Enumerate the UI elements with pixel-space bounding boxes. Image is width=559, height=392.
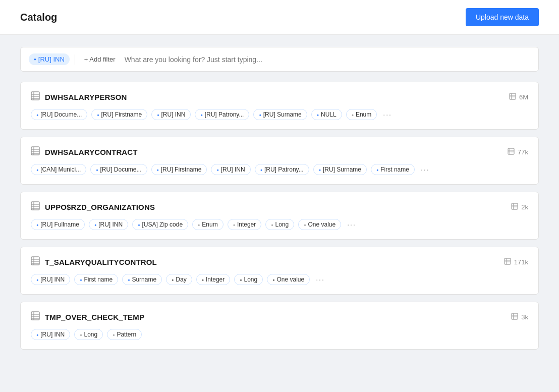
svg-rect-0	[31, 92, 39, 100]
card-count-icon	[511, 313, 518, 321]
card-title-area: T_SALARYQUALITYCONTROL	[31, 256, 157, 268]
tag[interactable]: One value	[298, 219, 341, 230]
svg-rect-14	[508, 148, 514, 154]
svg-rect-41	[512, 313, 518, 319]
table-icon	[31, 91, 40, 103]
tag[interactable]: [RU] Docume...	[31, 109, 87, 120]
filter-divider	[75, 54, 75, 65]
card-count: 6M	[509, 93, 528, 101]
table-icon	[31, 311, 40, 323]
main-content: [RU] INN + Add filter DWHSALARYPERSON 6M…	[0, 35, 559, 369]
card-title-area: UPPO$RZD_ORGANIZATIONS	[31, 201, 155, 213]
search-input[interactable]	[125, 55, 530, 64]
tag[interactable]: [RU] Firstname	[151, 164, 207, 175]
card-count-value: 6M	[519, 93, 528, 101]
card-count-value: 2k	[521, 203, 528, 211]
card-count-icon	[504, 258, 511, 266]
card-title: DWHSALARYCONTRACT	[45, 148, 138, 156]
card-count: 3k	[511, 313, 528, 321]
tags-row: [RU] INNLongPattern	[31, 329, 528, 340]
tag-more-button[interactable]: ···	[314, 274, 327, 285]
card-header: UPPO$RZD_ORGANIZATIONS 2k	[31, 201, 528, 213]
tag[interactable]: Surname	[122, 274, 162, 285]
active-filter-tag[interactable]: [RU] INN	[29, 53, 70, 65]
card-count-value: 77k	[518, 148, 528, 156]
tag[interactable]: Long	[234, 274, 263, 285]
svg-rect-18	[31, 202, 39, 210]
card-header: T_SALARYQUALITYCONTROL 171k	[31, 256, 528, 268]
svg-rect-32	[505, 258, 511, 264]
catalog-card: TMP_OVER_CHECK_TEMP 3k[RU] INNLongPatter…	[20, 302, 539, 350]
tag[interactable]: [RU] INN	[31, 329, 70, 340]
catalog-card: T_SALARYQUALITYCONTROL 171k[RU] INNFirst…	[20, 247, 539, 295]
catalog-card: DWHSALARYPERSON 6M[RU] Docume...[RU] Fir…	[20, 82, 539, 130]
card-count-icon	[509, 93, 516, 101]
tag[interactable]: [RU] Surname	[253, 109, 307, 120]
tag[interactable]: [RU] Fullname	[31, 219, 85, 230]
tag[interactable]: Enum	[346, 109, 377, 120]
table-icon	[31, 201, 40, 213]
svg-rect-23	[512, 203, 518, 209]
tags-row: [RU] Fullname[RU] INN[USA] Zip codeEnumI…	[31, 219, 528, 230]
table-icon	[31, 256, 40, 268]
tag[interactable]: [RU] INN	[89, 219, 128, 230]
tag[interactable]: One value	[267, 274, 310, 285]
card-count-value: 3k	[521, 313, 528, 321]
tag-more-button[interactable]: ···	[381, 109, 394, 120]
tag[interactable]: [RU] Docume...	[90, 164, 147, 175]
tag-more-button[interactable]: ···	[419, 164, 432, 175]
tag[interactable]: First name	[74, 274, 118, 285]
upload-new-data-button[interactable]: Upload new data	[466, 8, 539, 26]
tag[interactable]: Pattern	[107, 329, 142, 340]
tag[interactable]: [RU] INN	[151, 109, 191, 120]
tag[interactable]: [RU] Surname	[313, 164, 367, 175]
tag[interactable]: [USA] Zip code	[132, 219, 188, 230]
add-filter-button[interactable]: + Add filter	[80, 53, 120, 65]
page-title: Catalog	[20, 12, 57, 23]
card-header: DWHSALARYPERSON 6M	[31, 91, 528, 103]
card-count: 77k	[508, 148, 528, 156]
tags-row: [RU] Docume...[RU] Firstname[RU] INN[RU]…	[31, 109, 528, 120]
catalog-list: DWHSALARYPERSON 6M[RU] Docume...[RU] Fir…	[20, 82, 539, 350]
tag[interactable]: NULL	[311, 109, 342, 120]
card-count-icon	[508, 148, 515, 156]
card-count: 2k	[511, 203, 528, 211]
svg-rect-5	[510, 93, 516, 99]
tag[interactable]: Integer	[196, 274, 231, 285]
card-title: DWHSALARYPERSON	[45, 93, 127, 101]
tag[interactable]: Long	[74, 329, 103, 340]
card-title-area: DWHSALARYPERSON	[31, 91, 127, 103]
tags-row: [CAN] Munici...[RU] Docume...[RU] Firstn…	[31, 164, 528, 175]
card-title: T_SALARYQUALITYCONTROL	[45, 258, 157, 266]
tag[interactable]: Enum	[192, 219, 223, 230]
svg-rect-9	[31, 147, 39, 155]
card-count-value: 171k	[514, 258, 528, 266]
catalog-card: DWHSALARYCONTRACT 77k[CAN] Munici...[RU]…	[20, 137, 539, 185]
tags-row: [RU] INNFirst nameSurnameDayIntegerLongO…	[31, 274, 528, 285]
tag[interactable]: [RU] INN	[211, 164, 250, 175]
card-count: 171k	[504, 258, 528, 266]
card-title-area: TMP_OVER_CHECK_TEMP	[31, 311, 144, 323]
tag[interactable]: [RU] Firstname	[91, 109, 147, 120]
tag[interactable]: First name	[371, 164, 415, 175]
card-title-area: DWHSALARYCONTRACT	[31, 146, 138, 158]
filter-bar: [RU] INN + Add filter	[20, 47, 539, 72]
table-icon	[31, 146, 40, 158]
tag[interactable]: [RU] Patrony...	[255, 164, 309, 175]
tag[interactable]: Long	[265, 219, 294, 230]
card-title: UPPO$RZD_ORGANIZATIONS	[45, 203, 155, 211]
tag[interactable]: [CAN] Munici...	[31, 164, 86, 175]
tag[interactable]: [RU] Patrony...	[195, 109, 249, 120]
tag[interactable]: Integer	[228, 219, 262, 230]
card-header: DWHSALARYCONTRACT 77k	[31, 146, 528, 158]
card-header: TMP_OVER_CHECK_TEMP 3k	[31, 311, 528, 323]
tag[interactable]: [RU] INN	[31, 274, 70, 285]
card-count-icon	[511, 203, 518, 211]
catalog-card: UPPO$RZD_ORGANIZATIONS 2k[RU] Fullname[R…	[20, 192, 539, 240]
tag[interactable]: Day	[166, 274, 192, 285]
card-title: TMP_OVER_CHECK_TEMP	[45, 313, 144, 321]
header: Catalog Upload new data	[0, 0, 559, 35]
tag-more-button[interactable]: ···	[345, 219, 358, 230]
